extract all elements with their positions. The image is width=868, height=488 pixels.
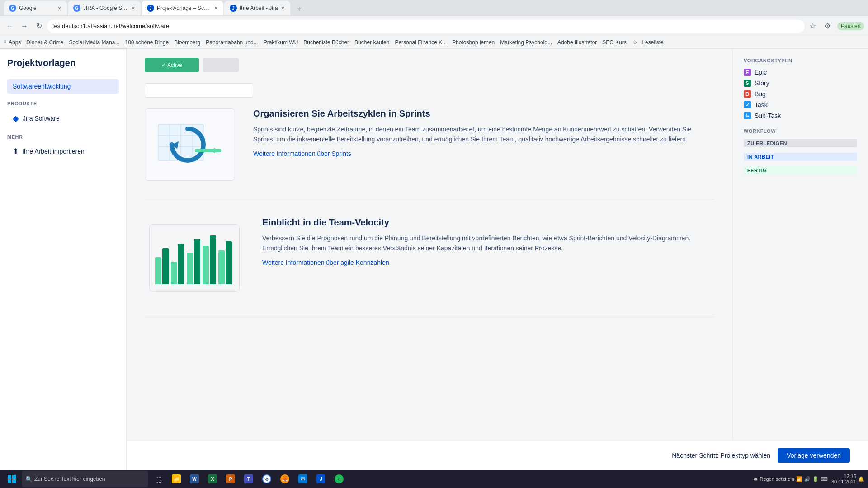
user-button[interactable]: Pausiert [837,22,864,30]
browser-tab-bar: G Google ✕ G JIRA - Google Suche ✕ J Pro… [0,0,868,16]
bug-icon: B [744,90,751,98]
velocity-text: Einblicht in die Team-Velocity Verbesser… [262,217,714,299]
subtask-label: Sub-Task [755,112,781,119]
bookmark-bucher-kaufen[interactable]: Bücher kaufen [354,39,389,46]
jira-diamond-icon: ◆ [13,113,19,123]
tab-projektvorlage[interactable]: J Projektvorlage – Scrum ✕ [142,1,223,15]
sidebar-products-label: PRODUKTE [7,101,119,106]
workflow-statuses: ZU ERLEDIGEN IN ARBEIT FERTIG [744,139,857,177]
green-status-badge: ✓ Active [145,58,199,72]
tab-label: Google [19,5,37,11]
sidebar-item-softwareentwicklung[interactable]: Softwareentwicklung [7,79,119,94]
bookmark-panorama[interactable]: Panoramabahn und... [206,39,258,46]
status-todo: ZU ERLEDIGEN [744,139,857,147]
grey-badge [203,58,239,72]
bookmark-seo[interactable]: SEO Kurs [602,39,626,46]
bar [218,250,225,284]
bar-group-5 [218,241,232,284]
tab-ihre-arbeit[interactable]: J Ihre Arbeit - Jira ✕ [224,1,290,15]
forward-button[interactable]: → [18,20,31,33]
velocity-title: Einblicht in die Team-Velocity [262,217,714,228]
tab-label: JIRA - Google Suche [83,5,128,11]
bookmark-leseliste[interactable]: Leseliste [642,39,663,46]
tab-close-jira-search[interactable]: ✕ [131,5,135,11]
issue-types-label: VORGANGSTYPEN [744,58,857,63]
extensions-button[interactable]: ⚙ [821,20,834,33]
bookmark-adobe[interactable]: Adobe Illustrator [557,39,597,46]
bar-group-2 [171,244,184,284]
velocity-image [145,217,244,299]
story-icon: S [744,80,751,87]
issue-type-bug: B Bug [744,90,857,98]
use-template-button[interactable]: Vorlage verwenden [778,448,850,463]
sidebar-item-jira-software[interactable]: ◆ Jira Software [7,110,119,127]
apps-bookmark[interactable]: ⠿ Apps [4,39,21,46]
bookmark-bucher[interactable]: Bücherliste Bücher [303,39,349,46]
tab-close-ihre-arbeit[interactable]: ✕ [281,5,285,11]
next-step-text: Nächster Schritt: Projekttyp wählen [672,452,770,459]
project-name-input[interactable] [145,83,253,98]
import-icon: ⬆ [13,147,19,155]
bookmark-social[interactable]: Social Media Mana... [69,39,119,46]
bar-group-1 [155,248,169,284]
issue-type-epic: E Epic [744,69,857,76]
bug-label: Bug [755,90,766,98]
bar [226,241,232,284]
sidebar: Projektvorlagen Softwareentwicklung PROD… [0,49,127,470]
velocity-link[interactable]: Weitere Informationen über agile Kennzah… [262,259,389,266]
velocity-chart [149,224,240,292]
bookmark-dinner[interactable]: Dinner & Crime [26,39,63,46]
bottom-bar: Nächster Schritt: Projekttyp wählen Vorl… [127,441,868,470]
back-button[interactable]: ← [4,20,16,33]
story-label: Story [755,80,769,87]
sidebar-more-label: MEHR [7,134,119,140]
page-area: Projektvorlagen Softwareentwicklung PROD… [0,49,868,470]
bookmark-bloomberg[interactable]: Bloomberg [174,39,200,46]
bar [162,248,169,284]
content-and-panel: ✓ Active [127,49,868,441]
workflow-label: WORKFLOW [744,128,857,134]
velocity-desc: Verbessern Sie die Prognosen rund um die… [262,233,714,253]
sprints-desc: Sprints sind kurze, begrenzte Zeiträume,… [253,124,714,145]
tab-jira-search[interactable]: G JIRA - Google Suche ✕ [68,1,141,15]
bookmark-photoshop[interactable]: Photoshop lernen [452,39,495,46]
epic-icon: E [744,69,751,76]
tab-google[interactable]: G Google ✕ [4,1,67,15]
sprints-title: Organisieren Sie Arbeitszyklen in Sprint… [253,108,714,119]
right-panel: VORGANGSTYPEN E Epic S Story B Bug ✓ Tas… [732,49,868,441]
issue-type-subtask: ↳ Sub-Task [744,112,857,119]
bookmark-100[interactable]: 100 schöne Dinge [125,39,169,46]
sidebar-jira-label: Jira Software [23,115,60,122]
bar [210,235,216,284]
bar [171,262,177,284]
new-tab-button[interactable]: + [293,3,306,15]
reload-button[interactable]: ↻ [33,20,45,33]
sprints-section: Organisieren Sie Arbeitszyklen in Sprint… [145,108,714,199]
sidebar-item-import[interactable]: ⬆ Ihre Arbeit importieren [7,143,119,159]
top-input-row: ✓ Active [145,58,714,72]
task-label: Task [755,101,768,108]
bookmark-marketing[interactable]: Marketing Psycholo... [500,39,552,46]
bar-group-4 [203,235,216,284]
main-content-area: ✓ Active [127,49,732,441]
sprint-illustration [145,108,235,181]
address-bar[interactable] [47,20,805,33]
bookmark-praktikum[interactable]: Praktikum WU [264,39,298,46]
issue-type-task: ✓ Task [744,101,857,108]
tab-close-google[interactable]: ✕ [57,5,61,11]
status-done: FERTIG [744,166,857,174]
bar [155,257,161,284]
bar [187,253,193,284]
nav-bar: ← → ↻ ☆ ⚙ Pausiert [0,16,868,36]
tab-close-projektvorlage[interactable]: ✕ [214,5,218,11]
more-bookmarks[interactable]: » [634,39,637,46]
tab-label: Ihre Arbeit - Jira [240,5,278,11]
bookmark-button[interactable]: ☆ [807,20,819,33]
subtask-icon: ↳ [744,112,751,119]
bar [178,244,184,284]
sprints-link[interactable]: Weitere Informationen über Sprints [253,150,351,157]
bookmark-personal[interactable]: Personal Finance K... [395,39,447,46]
sidebar-import-label: Ihre Arbeit importieren [22,148,85,155]
input-section [145,83,714,98]
tab-label-active: Projektvorlage – Scrum [157,5,211,11]
